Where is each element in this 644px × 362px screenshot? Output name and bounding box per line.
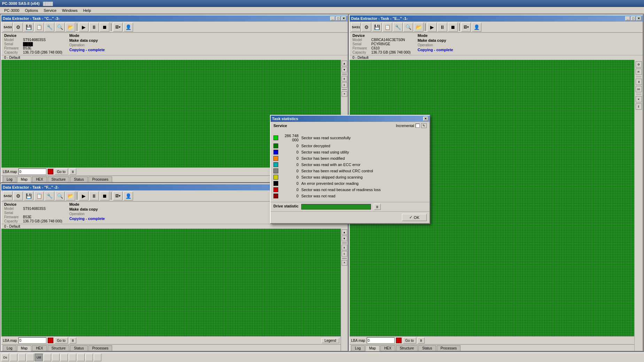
play-btn[interactable]: ▶ [79,23,88,32]
taskbar-btn4[interactable] [26,354,34,361]
tab-structure-r[interactable]: Structure [396,345,418,351]
search-btn[interactable]: 🔍 [55,23,65,32]
tools-btn[interactable]: 🔧 [45,23,54,32]
settings-btn-r[interactable]: ⚙ [362,23,371,32]
stop-btn-b[interactable]: ⏹ [100,191,109,200]
close-btn[interactable]: ✕ [341,16,346,21]
tab-processes-r[interactable]: Processes [437,345,461,351]
tab-hex[interactable]: HEX [32,176,47,182]
menu-help[interactable]: Help [80,8,94,13]
taskbar-btn12[interactable] [94,354,101,361]
menu-service[interactable]: Service [41,8,59,13]
open-btn[interactable]: 📂 [65,23,75,32]
rs-btn-2[interactable]: R [636,69,642,75]
menu-windows[interactable]: Windows [59,8,80,13]
rs-btn-3[interactable]: ⏸ [636,79,642,85]
play-btn-b[interactable]: ▶ [79,191,88,200]
tab-hex-r[interactable]: HEX [380,345,395,351]
user-btn-b[interactable]: 👤 [123,191,133,200]
copy-btn-r[interactable]: 📋 [382,23,392,32]
side-scroll-down-b[interactable]: ▼ [342,236,347,241]
taskbar-util[interactable]: Util [35,354,43,361]
taskbar-btn2[interactable] [10,354,17,361]
settings-btn-b[interactable]: ⚙ [13,191,23,200]
taskbar-btn6[interactable] [44,354,51,361]
rs-btn-5[interactable]: ✕ [636,96,642,102]
goto-btn-r[interactable]: Go to [403,337,416,344]
rs-btn-1[interactable]: ⚙ [636,61,642,68]
stop-btn[interactable]: ⏹ [100,23,109,32]
tab-log-r[interactable]: Log [351,345,365,351]
user-btn-r[interactable]: 👤 [472,23,481,32]
lba-input-b[interactable] [18,337,46,344]
save-btn[interactable]: 💾 [24,23,33,32]
menu-options[interactable]: Options [22,8,41,13]
image-btn-r[interactable]: 🖼▾ [461,23,471,32]
pause-map-btn[interactable]: ⏸ [69,168,76,175]
minimize-btn[interactable]: _ [330,16,335,21]
tab-structure[interactable]: Structure [48,176,70,182]
sas2-btn[interactable]: SAS2 [3,191,13,200]
open-btn-r[interactable]: 📂 [414,23,424,32]
tab-map[interactable]: Map [17,176,31,182]
search-btn-r[interactable]: 🔍 [403,23,413,32]
goto-btn-b[interactable]: Go to [55,337,68,344]
maximize-btn[interactable]: □ [336,16,341,21]
pause-map-btn-b[interactable]: ⏸ [69,337,76,344]
incremental-edit-btn[interactable]: ✎ [421,123,427,128]
tab-log[interactable]: Log [3,176,16,182]
lba-input[interactable] [18,168,46,175]
taskbar-btn8[interactable] [60,354,68,361]
side-btn-3[interactable]: ✕ [342,91,347,97]
pause-btn-tb[interactable]: ⏸ [89,23,99,32]
ok-button[interactable]: ✓ OK [402,214,427,221]
user-btn[interactable]: 👤 [123,23,133,32]
tab-log-b[interactable]: Log [3,345,16,351]
taskbar-btn7[interactable] [52,354,60,361]
pause-map-btn-r[interactable]: ⏸ [418,337,425,344]
taskbar-btn11[interactable] [85,354,93,361]
taskbar-btn9[interactable] [69,354,76,361]
legend-btn[interactable]: Legend [321,338,339,343]
tab-map-b[interactable]: Map [17,345,31,351]
side-btn-1b[interactable]: ⏸ [342,245,347,250]
rs-btn-6[interactable]: ⇕ [636,103,642,110]
tools-btn-b[interactable]: 🔧 [45,191,54,200]
tab-hex-b[interactable]: HEX [32,345,47,351]
pause-btn-tb-b[interactable]: ⏸ [89,191,99,200]
taskbar-btn3[interactable] [18,354,26,361]
save-btn-r[interactable]: 💾 [372,23,382,32]
side-scroll-up-b[interactable]: ▲ [342,229,347,235]
sas1-btn[interactable]: SAS1 [351,23,361,32]
goto-btn[interactable]: Go to [55,168,68,175]
drive-stat-pause[interactable]: ⏸ [374,204,381,210]
image-btn[interactable]: 🖼▾ [113,23,123,32]
side-btn-2b[interactable]: 0 [342,251,347,257]
menu-pc3000[interactable]: PC-3000 [1,8,22,13]
left-bottom-map[interactable] [1,229,341,336]
tab-structure-b[interactable]: Structure [48,345,70,351]
copy-btn-b[interactable]: 📋 [34,191,44,200]
stop-btn-r[interactable]: ⏹ [448,23,458,32]
search-btn-b[interactable]: 🔍 [55,191,65,200]
tab-status-r[interactable]: Status [418,345,436,351]
close-btn-r[interactable]: ✕ [636,16,641,21]
side-btn-1[interactable]: ⏸ [342,76,347,81]
play-btn-r[interactable]: ▶ [427,23,437,32]
maximize-btn-r[interactable]: □ [631,16,636,21]
copy-btn[interactable]: 📋 [34,23,44,32]
dialog-close-btn[interactable]: ✕ [423,117,428,121]
tab-status-b[interactable]: Status [70,345,87,351]
tab-status[interactable]: Status [70,176,87,182]
tab-map-r[interactable]: Map [365,345,380,351]
taskbar-btn10[interactable] [77,354,85,361]
taskbar-ds[interactable]: Ds [1,354,9,361]
sas3-btn[interactable]: SAS3 [3,23,13,32]
open-btn-b[interactable]: 📂 [65,191,75,200]
minimize-btn-r[interactable]: _ [625,16,630,21]
side-scroll-up[interactable]: ▲ [342,61,347,66]
pause-btn-tb-r[interactable]: ⏸ [437,23,447,32]
incremental-checkbox[interactable] [416,124,420,128]
tab-processes[interactable]: Processes [88,176,112,182]
image-btn-b[interactable]: 🖼▾ [113,191,123,200]
